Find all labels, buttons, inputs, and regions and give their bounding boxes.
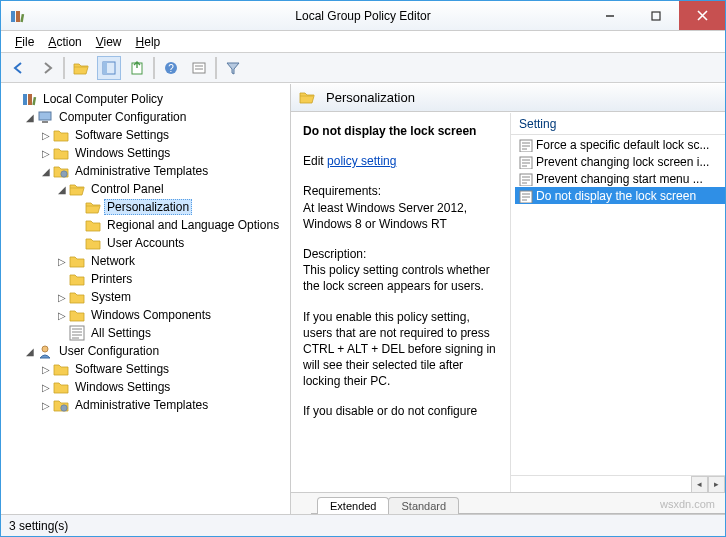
tree-control-panel[interactable]: ◢Control Panel [55, 180, 286, 198]
collapse-icon[interactable]: ◢ [23, 112, 37, 123]
gear-folder-icon [53, 163, 69, 179]
tree-computer-config[interactable]: ◢ Computer Configuration [23, 108, 286, 126]
folder-icon [53, 361, 69, 377]
tree-personalization[interactable]: Personalization [71, 198, 286, 216]
list-item-label: Prevent changing start menu ... [536, 172, 703, 186]
folder-icon [85, 235, 101, 251]
menu-file[interactable]: File [9, 33, 40, 51]
list-item-label: Prevent changing lock screen i... [536, 155, 709, 169]
up-button[interactable] [69, 56, 93, 80]
scroll-left-button[interactable]: ◂ [691, 476, 708, 493]
tree-regional[interactable]: Regional and Language Options [71, 216, 286, 234]
expand-icon[interactable]: ▷ [39, 148, 53, 159]
tree-cc-software[interactable]: ▷Software Settings [39, 126, 286, 144]
tree-all-settings[interactable]: All Settings [55, 324, 286, 342]
toolbar-separator [153, 57, 155, 79]
folder-open-icon [85, 199, 101, 215]
list-header-setting[interactable]: Setting [511, 113, 725, 135]
folder-icon [53, 379, 69, 395]
folder-icon [69, 253, 85, 269]
detail-pane: Personalization Do not display the lock … [291, 84, 725, 514]
toolbar-separator [63, 57, 65, 79]
back-button[interactable] [7, 56, 31, 80]
list-item[interactable]: Do not display the lock screen [515, 187, 725, 204]
list-item-label: Do not display the lock screen [536, 189, 696, 203]
expand-icon[interactable]: ▷ [39, 130, 53, 141]
policy-icon [21, 91, 37, 107]
svg-rect-13 [193, 63, 205, 73]
tree-user-accounts[interactable]: User Accounts [71, 234, 286, 252]
tree-printers[interactable]: Printers [55, 270, 286, 288]
expand-icon[interactable]: ▷ [55, 256, 69, 267]
list-item[interactable]: Force a specific default lock sc... [515, 136, 725, 153]
close-button[interactable] [679, 1, 725, 30]
svg-rect-15 [42, 121, 48, 123]
description-p3: If you disable or do not configure [303, 403, 498, 419]
menu-help[interactable]: Help [130, 33, 167, 51]
folder-icon [53, 145, 69, 161]
tree-uc-windows[interactable]: ▷Windows Settings [39, 378, 286, 396]
svg-rect-14 [39, 112, 51, 120]
requirements-label: Requirements: [303, 183, 498, 199]
tab-standard[interactable]: Standard [388, 497, 459, 514]
list-item[interactable]: Prevent changing lock screen i... [515, 153, 725, 170]
tab-extended[interactable]: Extended [317, 497, 389, 514]
horizontal-scrollbar[interactable]: ◂ ▸ [511, 475, 725, 492]
all-settings-icon [69, 325, 85, 341]
toolbar-separator [215, 57, 217, 79]
tree-cc-windows[interactable]: ▷Windows Settings [39, 144, 286, 162]
collapse-icon[interactable]: ◢ [55, 184, 69, 195]
description-p1: This policy setting controls whether the… [303, 262, 498, 294]
collapse-icon[interactable]: ◢ [39, 166, 53, 177]
help-button[interactable]: ? [159, 56, 183, 80]
tree-system[interactable]: ▷System [55, 288, 286, 306]
detail-heading: Personalization [326, 90, 415, 105]
folder-icon [69, 289, 85, 305]
tree-root[interactable]: Local Computer Policy [7, 90, 286, 108]
list-body[interactable]: Force a specific default lock sc...Preve… [511, 135, 725, 475]
folder-open-icon [299, 89, 315, 107]
status-bar: 3 setting(s) [1, 514, 725, 536]
description-label: Description: [303, 246, 498, 262]
expand-icon[interactable]: ▷ [55, 292, 69, 303]
edit-policy-link[interactable]: policy setting [327, 154, 396, 168]
tree-uc-software[interactable]: ▷Software Settings [39, 360, 286, 378]
tree-pane[interactable]: Local Computer Policy ◢ Computer Configu… [1, 84, 291, 514]
tree-uc-admin[interactable]: ▷Administrative Templates [39, 396, 286, 414]
forward-button[interactable] [35, 56, 59, 80]
settings-list: Setting Force a specific default lock sc… [511, 113, 725, 492]
detail-header: Personalization [291, 84, 725, 112]
menu-view[interactable]: View [90, 33, 128, 51]
requirements-text: At least Windows Server 2012, Windows 8 … [303, 200, 498, 232]
minimize-button[interactable] [587, 1, 633, 30]
expand-icon[interactable]: ▷ [55, 310, 69, 321]
setting-icon [519, 155, 533, 169]
export-button[interactable] [125, 56, 149, 80]
expand-icon[interactable]: ▷ [39, 364, 53, 375]
app-icon [9, 8, 25, 24]
maximize-button[interactable] [633, 1, 679, 30]
expand-icon[interactable]: ▷ [39, 400, 53, 411]
tree-user-config[interactable]: ◢User Configuration [23, 342, 286, 360]
folder-icon [69, 307, 85, 323]
status-text: 3 setting(s) [9, 519, 68, 533]
description-p2: If you enable this policy setting, users… [303, 309, 498, 390]
tree-windows-components[interactable]: ▷Windows Components [55, 306, 286, 324]
tree-network[interactable]: ▷Network [55, 252, 286, 270]
gear-folder-icon [53, 397, 69, 413]
collapse-icon[interactable]: ◢ [23, 346, 37, 357]
scroll-right-button[interactable]: ▸ [708, 476, 725, 493]
folder-open-icon [69, 181, 85, 197]
tree-cc-admin[interactable]: ◢Administrative Templates [39, 162, 286, 180]
properties-button[interactable] [187, 56, 211, 80]
expand-icon[interactable]: ▷ [39, 382, 53, 393]
setting-icon [519, 172, 533, 186]
show-tree-button[interactable] [97, 56, 121, 80]
menu-action[interactable]: Action [42, 33, 87, 51]
list-item[interactable]: Prevent changing start menu ... [515, 170, 725, 187]
app-window: Local Group Policy Editor File Action Vi… [0, 0, 726, 537]
computer-icon [37, 109, 53, 125]
toolbar: ? [1, 53, 725, 83]
setting-icon [519, 138, 533, 152]
filter-button[interactable] [221, 56, 245, 80]
